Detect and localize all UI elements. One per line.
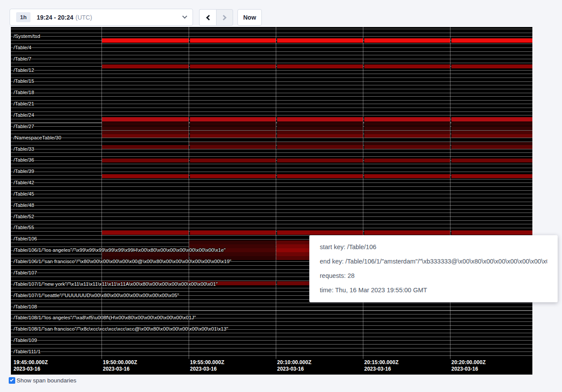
activity-band[interactable] [189, 252, 276, 256]
activity-band[interactable] [364, 145, 450, 149]
tick-time: 20:15:00.000Z [364, 359, 399, 366]
activity-band[interactable] [190, 159, 276, 162]
tooltip-time: time: Thu, 16 Mar 2023 19:55:00 GMT [320, 283, 547, 297]
activity-band[interactable] [364, 131, 450, 134]
chevron-down-icon [182, 14, 187, 18]
activity-band[interactable] [102, 159, 189, 162]
activity-band[interactable] [277, 134, 363, 138]
show-span-boundaries-checkbox[interactable] [9, 377, 15, 384]
activity-band[interactable] [190, 126, 276, 130]
now-button[interactable]: Now [237, 9, 262, 26]
activity-band[interactable] [451, 117, 533, 122]
activity-band[interactable] [364, 142, 450, 145]
activity-band[interactable] [102, 38, 189, 43]
activity-band[interactable] [277, 117, 363, 122]
time-gridline [102, 27, 102, 359]
activity-band[interactable] [451, 142, 533, 145]
activity-band[interactable] [102, 117, 189, 122]
row-label: /Table/107/1/"new york"/"\x11\x11\x11\x1… [14, 281, 218, 287]
activity-band[interactable] [277, 230, 363, 235]
activity-band[interactable] [277, 131, 363, 134]
activity-band[interactable] [189, 142, 276, 145]
axis-tick-label: 19:45:00.000Z2023-03-16 [14, 359, 48, 372]
activity-band[interactable] [364, 64, 450, 68]
range-duration-badge: 1h [16, 12, 30, 22]
activity-band[interactable] [451, 230, 533, 235]
row-label: /Table/21 [14, 101, 34, 106]
row-label: /Table/4 [14, 45, 31, 50]
activity-band[interactable] [277, 174, 363, 178]
activity-band[interactable] [277, 142, 363, 145]
activity-band[interactable] [102, 174, 189, 178]
row-label: /Table/42 [14, 180, 34, 185]
range-timezone: (UTC) [75, 14, 92, 21]
activity-band[interactable] [364, 230, 450, 235]
activity-band[interactable] [364, 174, 450, 178]
activity-band[interactable] [364, 117, 450, 122]
activity-band[interactable] [451, 145, 533, 149]
row-label: /Table/108 [14, 304, 37, 309]
activity-band[interactable] [451, 64, 533, 68]
row-label: /Table/109 [14, 338, 37, 343]
key-visualizer-canvas[interactable]: /System/tsd/Table/4/Table/7/Table/12/Tab… [11, 27, 532, 375]
activity-band[interactable] [277, 126, 363, 130]
time-range-dropdown[interactable]: 1h 19:24 - 20:24 (UTC) [10, 9, 193, 26]
tick-date: 2023-03-16 [103, 366, 137, 372]
activity-band[interactable] [451, 122, 533, 126]
next-range-button[interactable] [216, 9, 233, 26]
activity-band[interactable] [190, 230, 276, 235]
tick-date: 2023-03-16 [277, 366, 311, 372]
activity-band[interactable] [277, 159, 363, 162]
activity-band[interactable] [190, 117, 276, 122]
row-label: /Table/106/1/"san francisco"/"\x80\x00\x… [14, 259, 231, 264]
activity-band[interactable] [102, 122, 189, 126]
activity-band[interactable] [451, 38, 533, 43]
axis-tick-label: 19:50:00.000Z2023-03-16 [103, 359, 137, 372]
activity-band[interactable] [102, 126, 189, 130]
activity-band[interactable] [451, 174, 533, 178]
previous-range-button[interactable] [199, 9, 216, 26]
row-label: /Table/55 [14, 225, 34, 230]
activity-band[interactable] [277, 64, 363, 68]
activity-band[interactable] [190, 134, 276, 138]
activity-band[interactable] [190, 64, 276, 68]
activity-band[interactable] [451, 159, 533, 162]
activity-band[interactable] [102, 145, 189, 149]
row-label: /Table/45 [14, 191, 34, 196]
show-span-boundaries-label[interactable]: Show span boundaries [17, 377, 76, 384]
activity-band[interactable] [277, 122, 363, 126]
activity-band[interactable] [364, 122, 450, 126]
activity-band[interactable] [451, 126, 533, 130]
axis-tick-label: 19:55:00.000Z2023-03-16 [190, 359, 224, 372]
row-label: /Table/107 [14, 270, 37, 275]
activity-band[interactable] [364, 159, 450, 162]
row-label: /Table/107/1/"seattle"/"UUUUUUD\x00\x80\… [14, 293, 179, 298]
span-tooltip: start key: /Table/106 end key: /Table/10… [309, 235, 558, 302]
activity-band[interactable] [102, 252, 189, 256]
activity-band[interactable] [189, 240, 276, 244]
tooltip-start-key: start key: /Table/106 [320, 240, 547, 254]
tick-date: 2023-03-16 [451, 366, 486, 372]
activity-band[interactable] [102, 64, 189, 68]
activity-band[interactable] [102, 230, 189, 235]
row-label: /Table/111/1 [14, 349, 41, 354]
activity-band[interactable] [190, 174, 276, 178]
row-label: /Table/106/1/"los angeles"/"\x99\x99\x99… [14, 247, 226, 253]
activity-band[interactable] [364, 38, 450, 43]
activity-band[interactable] [364, 126, 450, 130]
row-label: /Table/108/1/"san francisco"/"\x8c\xcc\x… [14, 326, 228, 331]
activity-band[interactable] [190, 131, 276, 134]
tick-time: 19:55:00.000Z [190, 359, 224, 366]
activity-band[interactable] [190, 122, 276, 126]
activity-band[interactable] [277, 38, 363, 43]
activity-band[interactable] [364, 134, 450, 138]
activity-band[interactable] [451, 134, 533, 138]
activity-band[interactable] [451, 131, 533, 134]
activity-band[interactable] [277, 145, 363, 149]
activity-band[interactable] [102, 134, 189, 138]
tick-time: 19:50:00.000Z [103, 359, 137, 366]
activity-band[interactable] [102, 131, 189, 134]
activity-band[interactable] [190, 145, 276, 149]
time-range-toolbar: 1h 19:24 - 20:24 (UTC) Now [0, 0, 562, 27]
activity-band[interactable] [190, 38, 276, 43]
